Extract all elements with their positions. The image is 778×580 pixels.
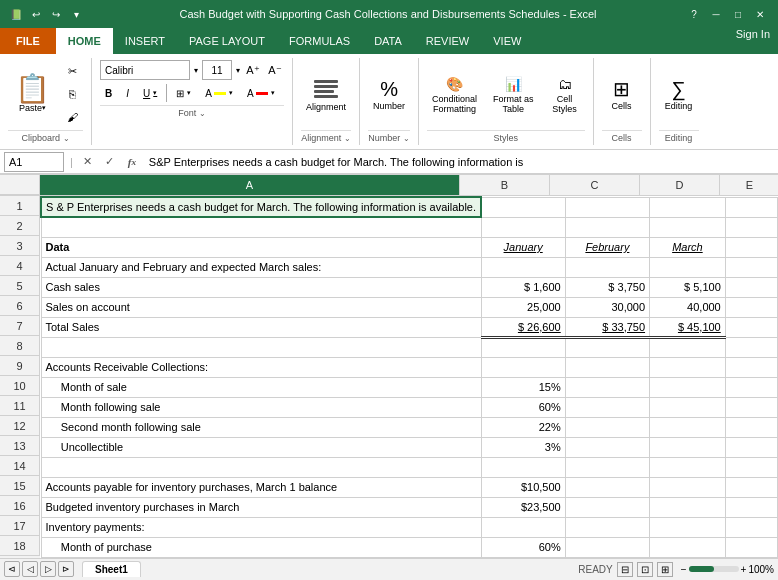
cell-C3[interactable]: February	[565, 237, 649, 257]
cell-D9[interactable]	[650, 357, 726, 377]
zoom-slider[interactable]	[689, 566, 739, 572]
confirm-formula-icon[interactable]: ✓	[101, 153, 119, 171]
cell-A2[interactable]	[41, 217, 481, 237]
bold-button[interactable]: B	[100, 83, 117, 103]
sheet-nav-last[interactable]: ⊳	[58, 561, 74, 577]
row-header-2[interactable]: 2	[0, 216, 40, 236]
cut-button[interactable]: ✂	[61, 60, 83, 82]
row-header-16[interactable]: 16	[0, 496, 40, 516]
increase-font-button[interactable]: A⁺	[244, 61, 262, 79]
cell-E1[interactable]	[725, 197, 777, 217]
normal-view-button[interactable]: ⊟	[617, 562, 633, 577]
cell-A6[interactable]: Sales on account	[41, 297, 481, 317]
col-header-A[interactable]: A	[40, 175, 460, 195]
row-header-1[interactable]: 1	[0, 196, 40, 216]
page-layout-view-button[interactable]: ⊡	[637, 562, 653, 577]
row-header-8[interactable]: 8	[0, 336, 40, 356]
cell-A14[interactable]	[41, 457, 481, 477]
minimize-button[interactable]: ─	[706, 4, 726, 24]
cell-D2[interactable]	[650, 217, 726, 237]
tab-home[interactable]: HOME	[56, 28, 113, 54]
cell-E17[interactable]	[725, 517, 777, 537]
cell-C7[interactable]: $ 33,750	[565, 317, 649, 337]
cell-B6[interactable]: 25,000	[481, 297, 565, 317]
cell-B16[interactable]: $23,500	[481, 497, 565, 517]
cell-E3[interactable]	[725, 237, 777, 257]
cell-C11[interactable]	[565, 397, 649, 417]
cell-C17[interactable]	[565, 517, 649, 537]
tab-review[interactable]: REVIEW	[414, 28, 481, 54]
cell-A5[interactable]: Cash sales	[41, 277, 481, 297]
cell-styles-button[interactable]: 🗂 Cell Styles	[545, 71, 585, 117]
number-group-label[interactable]: Number ⌄	[368, 130, 410, 143]
cell-A11[interactable]: Month following sale	[41, 397, 481, 417]
row-header-11[interactable]: 11	[0, 396, 40, 416]
cell-E8[interactable]	[725, 337, 777, 357]
cell-D18[interactable]	[650, 537, 726, 557]
italic-button[interactable]: I	[121, 83, 134, 103]
cell-D10[interactable]	[650, 377, 726, 397]
tab-page-layout[interactable]: PAGE LAYOUT	[177, 28, 277, 54]
undo-icon[interactable]: ↩	[28, 6, 44, 22]
cell-B4[interactable]	[481, 257, 565, 277]
cell-C15[interactable]	[565, 477, 649, 497]
cell-D6[interactable]: 40,000	[650, 297, 726, 317]
cell-B11[interactable]: 60%	[481, 397, 565, 417]
row-header-7[interactable]: 7	[0, 316, 40, 336]
font-color-button[interactable]: A▾	[242, 83, 280, 103]
cells-button[interactable]: ⊞ Cells	[602, 74, 642, 114]
cell-B17[interactable]	[481, 517, 565, 537]
tab-insert[interactable]: INSERT	[113, 28, 177, 54]
cell-C10[interactable]	[565, 377, 649, 397]
select-all-corner[interactable]	[0, 175, 40, 195]
cell-D7[interactable]: $ 45,100	[650, 317, 726, 337]
borders-button[interactable]: ⊞▾	[171, 83, 196, 103]
alignment-group-label[interactable]: Alignment ⌄	[301, 130, 351, 143]
cell-D14[interactable]	[650, 457, 726, 477]
cell-D17[interactable]	[650, 517, 726, 537]
cell-B9[interactable]	[481, 357, 565, 377]
cell-C12[interactable]	[565, 417, 649, 437]
conditional-formatting-button[interactable]: 🎨 Conditional Formatting	[427, 71, 482, 117]
cell-C4[interactable]	[565, 257, 649, 277]
cell-A12[interactable]: Second month following sale	[41, 417, 481, 437]
cell-C8[interactable]	[565, 337, 649, 357]
cell-B8[interactable]	[481, 337, 565, 357]
decrease-font-button[interactable]: A⁻	[266, 61, 284, 79]
cell-E13[interactable]	[725, 437, 777, 457]
col-header-E[interactable]: E	[720, 175, 778, 195]
cell-A15[interactable]: Accounts payable for inventory purchases…	[41, 477, 481, 497]
cell-D15[interactable]	[650, 477, 726, 497]
number-format-button[interactable]: % Number	[368, 75, 410, 114]
clipboard-label[interactable]: Clipboard ⌄	[8, 130, 83, 143]
cell-A18[interactable]: Month of purchase	[41, 537, 481, 557]
cell-E9[interactable]	[725, 357, 777, 377]
row-header-10[interactable]: 10	[0, 376, 40, 396]
col-header-B[interactable]: B	[460, 175, 550, 195]
cell-B1[interactable]	[481, 197, 565, 217]
font-name-dropdown[interactable]: ▾	[194, 66, 198, 75]
cell-D8[interactable]	[650, 337, 726, 357]
cell-E18[interactable]	[725, 537, 777, 557]
window-controls[interactable]: ? ─ □ ✕	[684, 4, 770, 24]
cell-B5[interactable]: $ 1,600	[481, 277, 565, 297]
row-header-12[interactable]: 12	[0, 416, 40, 436]
cell-E5[interactable]	[725, 277, 777, 297]
cell-A13[interactable]: Uncollectible	[41, 437, 481, 457]
cell-D4[interactable]	[650, 257, 726, 277]
sign-in-button[interactable]: Sign In	[736, 28, 770, 54]
cell-B12[interactable]: 22%	[481, 417, 565, 437]
cell-E7[interactable]	[725, 317, 777, 337]
sheet-nav-prev[interactable]: ◁	[22, 561, 38, 577]
cell-B13[interactable]: 3%	[481, 437, 565, 457]
formula-input[interactable]	[145, 152, 774, 172]
tab-view[interactable]: VIEW	[481, 28, 533, 54]
cell-C6[interactable]: 30,000	[565, 297, 649, 317]
insert-function-icon[interactable]: fx	[123, 153, 141, 171]
row-header-4[interactable]: 4	[0, 256, 40, 276]
cancel-formula-icon[interactable]: ✕	[79, 153, 97, 171]
sheet-nav-first[interactable]: ⊲	[4, 561, 20, 577]
cell-D3[interactable]: March	[650, 237, 726, 257]
close-button[interactable]: ✕	[750, 4, 770, 24]
font-size-dropdown[interactable]: ▾	[236, 66, 240, 75]
